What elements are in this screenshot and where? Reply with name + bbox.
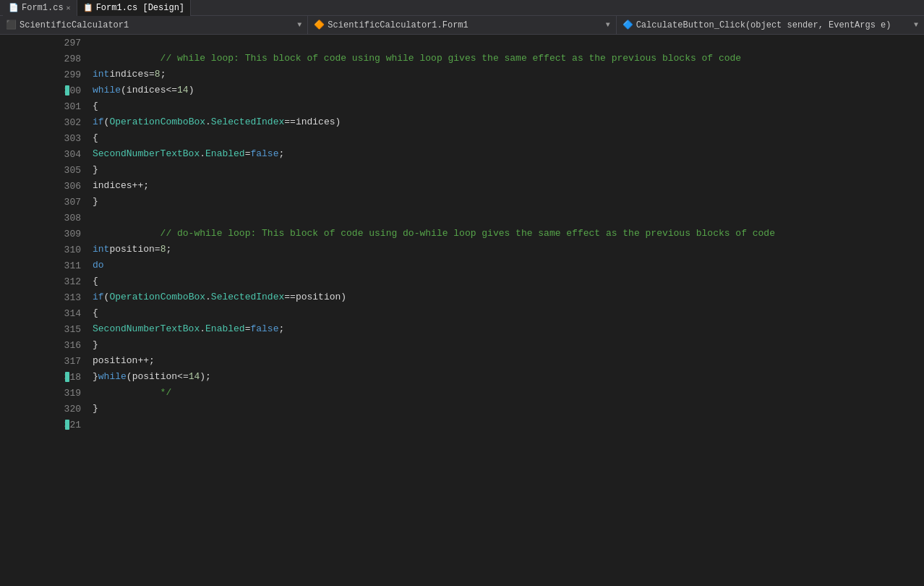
class-arrow: ▼ [606,21,610,29]
tab-form1-cs[interactable]: 📄 Form1.cs ✕ [3,0,77,16]
method-dropdown[interactable]: 🔷 CalculateButton_Click(object sender, E… [617,16,924,35]
line-number-303: 303 [0,130,87,146]
code-line-309: // do-while loop: This block of code usi… [93,226,924,242]
line-number-317: 317 [0,353,87,369]
class-label: ScientificCalculator1.Form1 [328,20,468,30]
code-area[interactable]: // while loop: This block of code using … [87,35,924,586]
line-number-319: 319 [0,385,87,401]
line-number-300: 300 [0,82,87,98]
line-number-315: 315 [0,321,87,337]
code-line-317: position++; [93,353,924,369]
title-bar: 📄 Form1.cs ✕ 📋 Form1.cs [Design] [0,0,924,16]
line-number-301: 301 [0,98,87,114]
code-line-304: SecondNumberTextBox.Enabled = false; [93,146,924,162]
code-line-306: indices++; [93,178,924,194]
line-number-298: 298 [0,51,87,67]
code-line-303: { [93,130,924,146]
line-number-gutter: 2972982993003013023033043053063073083093… [0,35,87,586]
class-icon: 🔶 [314,20,325,30]
line-number-305: 305 [0,162,87,178]
class-dropdown[interactable]: 🔶 ScientificCalculator1.Form1 ▼ [308,16,616,35]
line-number-304: 304 [0,146,87,162]
line-number-313: 313 [0,289,87,305]
code-line-321 [93,417,924,433]
code-line-299: int indices = 8; [93,67,924,82]
project-dropdown[interactable]: ⬛ ScientificCalculator1 ▼ [0,16,308,35]
code-line-320: } [93,401,924,417]
line-number-321: 321 [0,417,87,433]
code-line-302: if (OperationComboBox.SelectedIndex == i… [93,114,924,130]
code-line-307: } [93,194,924,210]
code-line-300: while(indices <= 14) [93,82,924,98]
line-number-311: 311 [0,258,87,273]
line-number-297: 297 [0,35,87,51]
line-number-306: 306 [0,178,87,194]
code-line-297 [93,35,924,51]
tab-form1-cs-close[interactable]: ✕ [67,4,71,12]
design-icon: 📋 [83,3,93,12]
line-number-312: 312 [0,273,87,289]
method-arrow: ▼ [914,21,918,29]
code-line-316: } [93,337,924,353]
code-line-308 [93,210,924,226]
line-number-320: 320 [0,401,87,417]
line-number-310: 310 [0,242,87,258]
line-number-314: 314 [0,305,87,321]
code-line-310: int position = 8; [93,242,924,258]
file-icon: 📄 [9,3,19,12]
project-label: ScientificCalculator1 [20,20,129,30]
dropdown-bar: ⬛ ScientificCalculator1 ▼ 🔶 ScientificCa… [0,16,924,35]
tab-form1-design[interactable]: 📋 Form1.cs [Design] [77,0,191,16]
code-line-305: } [93,162,924,178]
code-line-313: if (OperationComboBox.SelectedIndex == p… [93,289,924,305]
editor: 2972982993003013023033043053063073083093… [0,35,924,586]
line-number-302: 302 [0,114,87,130]
code-line-312: { [93,273,924,289]
code-line-314: { [93,305,924,321]
tab-form1-cs-label: Form1.cs [22,3,64,13]
line-number-307: 307 [0,194,87,210]
code-line-301: { [93,98,924,114]
tab-form1-design-label: Form1.cs [Design] [96,3,184,13]
code-line-318: } while (position <= 14); [93,369,924,385]
line-number-308: 308 [0,210,87,226]
line-number-299: 299 [0,67,87,82]
method-label: CalculateButton_Click(object sender, Eve… [636,20,891,30]
code-line-311: do [93,258,924,273]
method-icon: 🔷 [623,20,633,30]
code-line-315: SecondNumberTextBox.Enabled = false; [93,321,924,337]
project-icon: ⬛ [6,20,17,30]
line-number-316: 316 [0,337,87,353]
code-line-319: */ [93,385,924,401]
code-line-298: // while loop: This block of code using … [93,51,924,67]
project-arrow: ▼ [297,21,301,29]
line-number-318: 318 [0,369,87,385]
line-number-309: 309 [0,226,87,242]
